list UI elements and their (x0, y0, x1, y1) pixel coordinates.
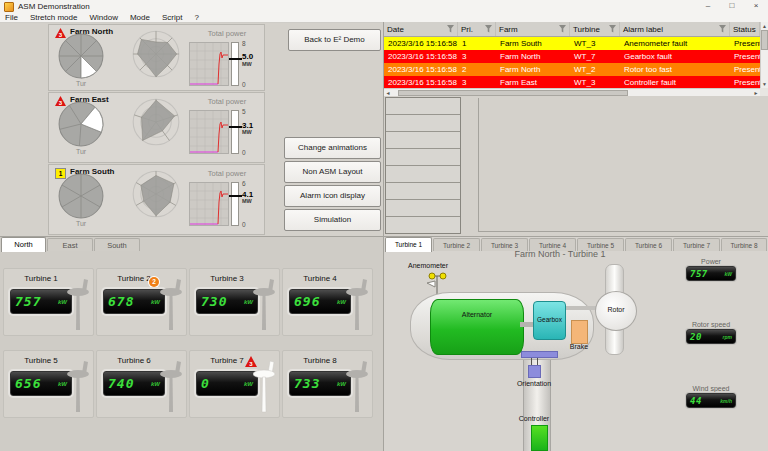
tab-farm-east[interactable]: East (47, 238, 93, 251)
maximize-button[interactable]: □ (720, 0, 744, 13)
power-display: 656kW (10, 371, 72, 396)
column-header-turbine[interactable]: Turbine (570, 22, 620, 36)
simulation-button[interactable]: Simulation (284, 209, 381, 231)
column-header-farm[interactable]: Farm (496, 22, 570, 36)
radar-chart (131, 29, 181, 79)
alarm-row[interactable]: 2023/3/16 15:16:581Farm SouthWT_3Anemome… (384, 37, 760, 50)
scrollbar-thumb[interactable] (761, 30, 768, 50)
wind-turbine-icon (346, 360, 372, 414)
horizontal-scrollbar[interactable]: ◄ ► (384, 88, 760, 96)
vertical-scrollbar[interactable]: ▲ ▼ (760, 22, 768, 88)
brake-component[interactable] (571, 320, 588, 344)
power-trend-chart (189, 110, 229, 154)
orientation-label: Orientation (502, 380, 566, 387)
scroll-down-icon[interactable]: ▼ (761, 80, 768, 88)
gauge-value: 5.0MW (242, 53, 265, 67)
farm-panel-south[interactable]: 1 Farm South Tur Total power (48, 164, 265, 235)
app-window: ASM Demonstration – □ × File Stretch mod… (0, 0, 768, 451)
scrollbar-thumb[interactable] (398, 90, 628, 96)
column-header-priority[interactable]: Pri. (458, 22, 496, 36)
orientation-component[interactable] (528, 365, 541, 378)
menu-window[interactable]: Window (89, 13, 117, 22)
turbine-tile-5[interactable]: Turbine 5 656kW (3, 350, 94, 418)
turbine-tile-1[interactable]: Turbine 1 757kW (3, 268, 94, 336)
turbine-pie-chart (57, 172, 105, 220)
turbine-tile-6[interactable]: Turbine 6 740kW (96, 350, 187, 418)
column-header-alarm-label[interactable]: Alarm label (620, 22, 730, 36)
tab-farm-south[interactable]: South (94, 238, 140, 251)
turbine-tile-3[interactable]: Turbine 3 730kW (189, 268, 280, 336)
tab-turbine-1[interactable]: Turbine 1 (385, 237, 432, 252)
alarm-icon-display-button[interactable]: Alarm icon display (284, 185, 381, 207)
tab-farm-north[interactable]: North (1, 237, 46, 252)
gauge-bar (231, 42, 239, 86)
controller-component[interactable] (531, 425, 548, 451)
change-animations-button[interactable]: Change animations (284, 137, 381, 159)
gauge-max: 5 (242, 108, 246, 115)
empty-list-table (385, 97, 461, 234)
alarm-rows: 2023/3/16 15:16:581Farm SouthWT_3Anemome… (384, 37, 760, 88)
alarm-row[interactable]: 2023/3/16 15:16:583Farm NorthWT_7Gearbox… (384, 50, 760, 63)
menu-help[interactable]: ? (194, 13, 198, 22)
gauge-max: 8 (242, 40, 246, 47)
pie-chart-label: Tur (57, 80, 105, 87)
gauge-min: 0 (242, 149, 246, 156)
scroll-up-icon[interactable]: ▲ (761, 22, 768, 30)
filter-icon[interactable] (485, 25, 492, 33)
list-row (386, 132, 460, 149)
scroll-right-icon[interactable]: ► (752, 90, 760, 96)
scroll-left-icon[interactable]: ◄ (384, 90, 392, 96)
filter-icon[interactable] (719, 25, 726, 33)
filter-icon[interactable] (447, 25, 454, 33)
back-to-demo-button[interactable]: Back to E² Demo (288, 29, 381, 51)
list-row (386, 149, 460, 166)
controller-label: Controller (504, 415, 564, 422)
menu-mode[interactable]: Mode (130, 13, 150, 22)
wind-turbine-icon (67, 278, 93, 332)
column-header-date[interactable]: Date (384, 22, 458, 36)
power-display: 0kW (196, 371, 258, 396)
menu-script[interactable]: Script (162, 13, 182, 22)
turbine-tile-7[interactable]: Turbine 7 3 0kW (189, 350, 280, 418)
column-header-status[interactable]: Status (730, 22, 760, 36)
menu-stretch-mode[interactable]: Stretch mode (30, 13, 78, 22)
farm-panel-east[interactable]: 3 Farm East Tur Total power (48, 92, 265, 163)
filter-icon[interactable] (559, 25, 566, 33)
non-asm-layout-button[interactable]: Non ASM Layout (284, 161, 381, 183)
rotor-speed-value-display: 20rpm (686, 329, 736, 344)
alarm-row[interactable]: 2023/3/16 15:16:583Farm EastWT_3Controll… (384, 76, 760, 88)
wind-speed-gauge-label: Wind speed (666, 385, 756, 392)
list-row (386, 98, 460, 115)
rotor-component[interactable]: Rotor (595, 291, 637, 331)
gauge-max: 6 (242, 180, 246, 187)
gauge-marker (229, 195, 242, 197)
menu-file[interactable]: File (5, 13, 18, 22)
close-button[interactable]: × (744, 0, 768, 13)
farm-panel-north[interactable]: 3 Farm North Tur Total power (48, 24, 265, 91)
alternator-label: Alternator (431, 311, 523, 318)
tab-turbine-8[interactable]: Turbine 8 (721, 238, 767, 251)
power-gauge: 6 0 4.1MW (231, 182, 265, 226)
alternator-component[interactable]: Alternator (430, 299, 524, 355)
turbine-tile-8[interactable]: Turbine 8 733kW (282, 350, 373, 418)
gearbox-component[interactable]: Gearbox (533, 301, 566, 340)
total-power-label: Total power (187, 97, 267, 106)
power-gauge: 5 0 3.1MW (231, 110, 265, 154)
window-title: ASM Demonstration (18, 2, 90, 11)
alarm-row[interactable]: 2023/3/16 15:16:582Farm NorthWT_2Rotor t… (384, 63, 760, 76)
power-display: 730kW (196, 289, 258, 314)
gauge-marker (229, 126, 242, 128)
turbine-tile-4[interactable]: Turbine 4 696kW (282, 268, 373, 336)
pie-chart-label: Tur (57, 220, 105, 227)
wind-turbine-icon (253, 278, 279, 332)
total-power-label: Total power (187, 29, 267, 38)
radar-chart (131, 169, 181, 219)
minimize-button[interactable]: – (696, 0, 720, 13)
filter-icon[interactable] (609, 25, 616, 33)
list-row (386, 183, 460, 200)
turbine-tile-label: Turbine 5 (10, 356, 72, 365)
empty-chart-axes (478, 98, 760, 232)
turbine-pie-chart (57, 100, 105, 148)
power-display: 733kW (289, 371, 351, 396)
turbine-tile-2[interactable]: Turbine 2 2 678kW (96, 268, 187, 336)
